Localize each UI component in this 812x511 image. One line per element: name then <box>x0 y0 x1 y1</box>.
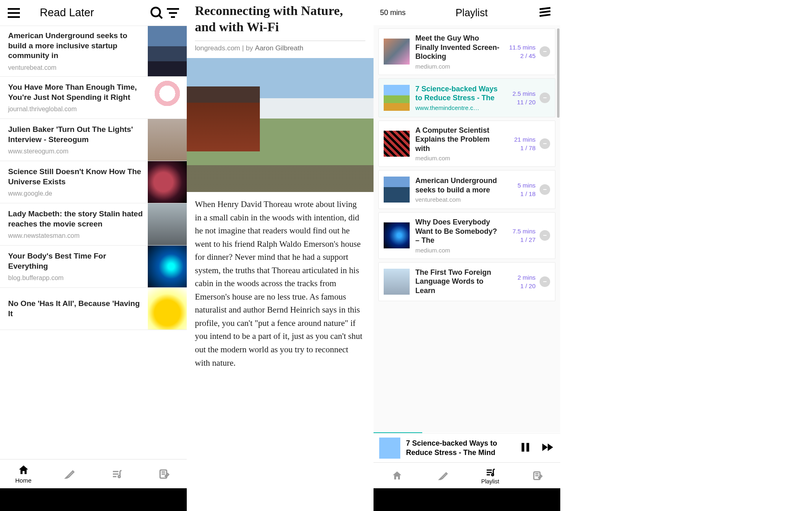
tab-bar: Playlist <box>374 462 560 488</box>
thumbnail <box>148 288 187 330</box>
tab-home[interactable] <box>374 463 420 488</box>
read-later-header: Read Later <box>0 0 187 26</box>
tab-playlist[interactable]: Playlist <box>467 463 514 488</box>
remove-icon[interactable]: − <box>540 138 550 149</box>
search-icon[interactable] <box>149 5 165 21</box>
article-panel: Reconnecting with Nature, and with Wi-Fi… <box>187 0 374 511</box>
article-author: Aaron Gilbreath <box>255 44 303 52</box>
filter-icon[interactable] <box>165 5 181 21</box>
track-source: medium.com <box>415 63 502 70</box>
list-item[interactable]: Lady Macbeth: the story Stalin hated rea… <box>0 203 187 246</box>
list-item[interactable]: No One 'Has It All', Because 'Having It <box>0 288 187 330</box>
article-title: Lady Macbeth: the story Stalin hated rea… <box>8 209 143 229</box>
track-title: Meet the Guy Who Finally Invented Screen… <box>415 34 502 61</box>
svg-line-19 <box>540 15 551 16</box>
playlist-title: Playlist <box>406 7 538 19</box>
playlist-duration: 50 mins <box>380 9 406 17</box>
tab-highlights[interactable] <box>420 463 467 488</box>
playlist-item[interactable]: The First Two Foreign Language Words to … <box>378 262 555 301</box>
tab-playlist[interactable] <box>93 459 140 488</box>
article-source: www.newstatesman.com <box>8 232 143 239</box>
remove-icon[interactable]: − <box>540 46 550 57</box>
list-item[interactable]: American Underground seeks to build a mo… <box>0 26 187 77</box>
tab-label: Playlist <box>481 478 499 485</box>
thumbnail <box>384 177 410 203</box>
hamburger-icon[interactable] <box>6 5 22 21</box>
thumbnail <box>148 26 187 76</box>
queue-icon[interactable] <box>538 4 554 21</box>
remove-icon[interactable]: − <box>540 276 550 287</box>
article-body: When Henry David Thoreau wrote about liv… <box>195 198 365 369</box>
article-source: www.stereogum.com <box>8 148 143 155</box>
playlist-list: Meet the Guy Who Finally Invented Screen… <box>374 25 560 432</box>
article-title: You Have More Than Enough Time, You're J… <box>8 82 143 102</box>
now-playing-thumbnail <box>379 438 400 459</box>
list-item[interactable]: Your Body's Best Time For Everything blo… <box>0 246 187 288</box>
page-title: Read Later <box>40 6 94 19</box>
playlist-item[interactable]: 7 Science-backed Ways to Reduce Stress -… <box>378 78 555 117</box>
thumbnail <box>148 246 187 287</box>
article-domain: longreads.com <box>195 44 240 52</box>
track-duration: 2 mins <box>506 274 536 281</box>
article-title: American Underground seeks to build a mo… <box>8 31 143 61</box>
pause-icon[interactable] <box>519 441 532 455</box>
tab-highlights[interactable] <box>47 459 93 488</box>
track-source: medium.com <box>415 155 502 162</box>
playlist-item[interactable]: Why Does Everybody Want to Be Somebody? … <box>378 212 555 259</box>
thumbnail <box>148 203 187 245</box>
thumbnail <box>148 161 187 203</box>
thumbnail <box>148 119 187 161</box>
svg-rect-21 <box>527 443 529 451</box>
track-title: American Underground seeks to build a mo… <box>415 176 502 194</box>
article-meta: longreads.com | by Aaron Gilbreath <box>195 41 365 52</box>
article-headline: Reconnecting with Nature, and with Wi-Fi <box>195 2 365 35</box>
track-source: www.themindcentre.c… <box>415 104 502 111</box>
tab-bar: Home <box>0 459 187 488</box>
svg-line-4 <box>159 15 162 18</box>
remove-icon[interactable]: − <box>540 230 550 241</box>
svg-rect-20 <box>522 443 525 451</box>
track-title: The First Two Foreign Language Words to … <box>415 268 502 295</box>
tab-notes[interactable] <box>140 459 187 488</box>
article-title: No One 'Has It All', Because 'Having It <box>8 299 143 319</box>
track-duration: 11.5 mins <box>506 44 536 51</box>
track-progress: 1 / 18 <box>506 190 536 197</box>
scrollbar[interactable] <box>557 28 559 118</box>
list-item[interactable]: Julien Baker 'Turn Out The Lights' Inter… <box>0 119 187 161</box>
now-playing-bar[interactable]: 7 Science-backed Ways to Reduce Stress -… <box>374 433 560 462</box>
remove-icon[interactable]: − <box>540 93 550 103</box>
track-progress: 1 / 27 <box>506 236 536 243</box>
tab-notes[interactable] <box>514 463 560 488</box>
track-title: Why Does Everybody Want to Be Somebody? … <box>415 218 502 245</box>
article-source: www.google.de <box>8 190 143 197</box>
thumbnail <box>384 85 410 111</box>
track-title: A Computer Scientist Explains the Proble… <box>415 126 502 153</box>
playlist-item[interactable]: Meet the Guy Who Finally Invented Screen… <box>378 28 555 75</box>
tab-home[interactable]: Home <box>0 459 47 488</box>
article-title: Your Body's Best Time For Everything <box>8 251 143 271</box>
android-nav-bar <box>0 488 187 511</box>
thumbnail <box>148 77 187 119</box>
tab-label: Home <box>15 477 31 484</box>
article-title: Julien Baker 'Turn Out The Lights' Inter… <box>8 125 143 144</box>
read-later-list: American Underground seeks to build a mo… <box>0 26 187 459</box>
playlist-item[interactable]: American Underground seeks to build a mo… <box>378 170 555 209</box>
read-later-panel: Read Later American Underground seeks to… <box>0 0 187 511</box>
list-item[interactable]: You Have More Than Enough Time, You're J… <box>0 77 187 119</box>
article-title: Science Still Doesn't Know How The Unive… <box>8 167 143 187</box>
android-nav-bar <box>374 488 560 511</box>
thumbnail <box>384 269 410 295</box>
svg-line-17 <box>540 8 551 9</box>
remove-icon[interactable]: − <box>540 184 550 195</box>
playlist-item[interactable]: A Computer Scientist Explains the Proble… <box>378 121 555 167</box>
svg-point-3 <box>151 7 160 16</box>
list-item[interactable]: Science Still Doesn't Know How The Unive… <box>0 161 187 203</box>
article-source: journal.thriveglobal.com <box>8 106 143 113</box>
svg-line-18 <box>540 11 551 13</box>
track-duration: 2.5 mins <box>506 90 536 97</box>
fast-forward-icon[interactable] <box>541 441 555 455</box>
track-source: venturebeat.com <box>415 196 502 203</box>
article-source: venturebeat.com <box>8 64 143 71</box>
track-duration: 21 mins <box>506 136 536 143</box>
track-progress: 1 / 20 <box>506 282 536 289</box>
